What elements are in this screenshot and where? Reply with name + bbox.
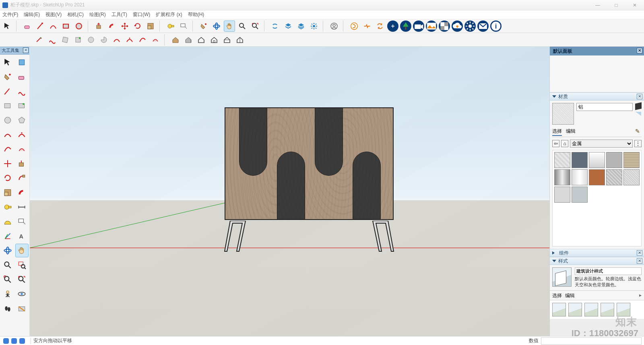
house3d-icon[interactable] [183, 34, 194, 45]
default-material-icon[interactable] [636, 112, 641, 116]
close-button[interactable]: ✕ [625, 0, 644, 10]
material-swatch[interactable] [589, 152, 605, 168]
material-category-select[interactable]: 金属 [570, 140, 633, 148]
tray-close-icon[interactable]: ✕ [637, 48, 642, 53]
orbit-tool[interactable] [211, 21, 222, 32]
material-swatch[interactable] [572, 169, 588, 185]
lt-offset[interactable] [15, 186, 29, 199]
plugin-tree-icon[interactable] [400, 21, 411, 32]
zoom-tool[interactable] [237, 21, 248, 32]
lt-tape[interactable] [1, 200, 14, 214]
enscape-start-icon[interactable] [349, 21, 360, 32]
lt-axes[interactable] [1, 229, 14, 243]
lt-circle[interactable] [1, 113, 14, 127]
status-indicator-icon[interactable] [3, 338, 9, 344]
measurement-input[interactable] [541, 337, 642, 345]
polygon-tool[interactable] [85, 34, 97, 45]
lt-polygon[interactable] [15, 113, 29, 127]
enscape-live-icon[interactable] [361, 21, 373, 32]
pie-tool[interactable] [98, 34, 109, 45]
eyedropper-icon[interactable]: ✎ [635, 128, 640, 134]
plugin-sync-icon[interactable] [270, 21, 281, 32]
style-preset[interactable] [584, 303, 598, 316]
lt-eraser[interactable] [15, 70, 29, 84]
plugin-add-icon[interactable]: ＋ [387, 21, 398, 32]
lt-protractor[interactable] [1, 215, 14, 228]
lt-rotrect[interactable] [15, 99, 29, 113]
material-swatch[interactable] [554, 169, 570, 185]
lt-dimension[interactable] [15, 200, 29, 214]
lt-3ptarc[interactable] [1, 142, 14, 156]
lt-pushpull[interactable] [15, 157, 29, 170]
menu-draw[interactable]: 绘图(R) [89, 11, 106, 18]
plugin-cloud-icon[interactable] [452, 21, 463, 32]
material-swatch[interactable] [623, 152, 640, 168]
house-outline-2-icon[interactable] [208, 34, 220, 45]
rotate-tool[interactable] [132, 21, 143, 32]
2pt-arc-tool[interactable] [111, 34, 122, 45]
offset-tool[interactable] [106, 21, 118, 32]
materials-tab-edit[interactable]: 编辑 [566, 128, 576, 136]
line-tool[interactable] [35, 21, 46, 32]
plugin-settings-icon[interactable] [464, 21, 476, 32]
lt-text[interactable] [15, 215, 29, 228]
eraser-tool[interactable] [22, 21, 33, 32]
section-close-icon[interactable]: ✕ [637, 250, 642, 256]
lt-walk[interactable] [1, 302, 14, 315]
move-tool[interactable] [119, 21, 130, 32]
plugin-landscape-icon[interactable] [426, 21, 437, 32]
lt-make-component[interactable] [15, 55, 29, 69]
section-close-icon[interactable]: ✕ [637, 258, 642, 264]
house-outline-4-icon[interactable] [234, 34, 246, 45]
styles-section-header[interactable]: 样式 ✕ [550, 257, 644, 265]
menu-camera[interactable]: 相机(C) [67, 11, 84, 18]
style-preset[interactable] [552, 303, 566, 316]
zoom-extents-tool[interactable] [250, 21, 261, 32]
tape-tool[interactable] [165, 21, 176, 32]
arc-pie-tool[interactable] [137, 34, 148, 45]
lt-orbit[interactable] [1, 244, 14, 257]
styles-tab-select[interactable]: 选择 [552, 292, 562, 299]
house-icon[interactable] [170, 34, 181, 45]
bezier-tool[interactable] [47, 34, 58, 45]
scale-tool[interactable] [145, 21, 156, 32]
circle-tool[interactable] [73, 21, 85, 32]
lt-freehand[interactable] [15, 84, 29, 98]
select-tool[interactable] [2, 21, 13, 32]
lt-3dtext[interactable]: A [15, 229, 29, 243]
poly-tool[interactable] [60, 34, 71, 45]
material-swatch[interactable] [589, 169, 605, 185]
materials-tab-select[interactable]: 选择 [552, 128, 562, 136]
lt-move[interactable] [1, 157, 14, 170]
status-indicator-icon[interactable] [19, 338, 25, 344]
panel-close-icon[interactable]: ✕ [23, 47, 29, 53]
section-close-icon[interactable]: ✕ [637, 94, 642, 99]
lt-2ptarc[interactable] [15, 128, 29, 142]
menu-file[interactable]: 文件(F) [2, 11, 18, 18]
lt-section[interactable] [15, 302, 29, 315]
material-swatch[interactable] [606, 152, 622, 168]
plugin-info-icon[interactable]: i [490, 21, 502, 32]
3pt-arc-tool[interactable] [124, 34, 135, 45]
tray-titlebar[interactable]: 默认面板 ✕ [550, 47, 644, 55]
lt-zoom-extents[interactable] [15, 273, 29, 286]
lt-pie[interactable] [15, 142, 29, 156]
status-indicator-icon[interactable] [11, 338, 17, 344]
lt-zoom-window[interactable] [15, 258, 29, 272]
create-material-icon[interactable] [635, 102, 642, 110]
materials-section-header[interactable]: 材质 ✕ [550, 92, 644, 101]
account-icon[interactable] [328, 21, 340, 32]
menu-tools[interactable]: 工具(T) [111, 11, 127, 18]
material-preview[interactable] [552, 103, 574, 125]
components-section-header[interactable]: 组件 ✕ [550, 249, 644, 257]
material-home-icon[interactable]: ⌂ [561, 140, 568, 147]
menu-edit[interactable]: 编辑(E) [24, 11, 40, 18]
rectangle-tool[interactable] [60, 21, 72, 32]
lt-look-around[interactable] [15, 287, 29, 301]
model-viewport[interactable] [30, 47, 549, 336]
material-back-icon[interactable]: ⇦ [552, 140, 559, 147]
style-preset[interactable] [601, 303, 614, 316]
lt-select[interactable] [1, 55, 14, 69]
plugin-camera-icon[interactable] [413, 21, 424, 32]
house-outline-3-icon[interactable] [221, 34, 233, 45]
